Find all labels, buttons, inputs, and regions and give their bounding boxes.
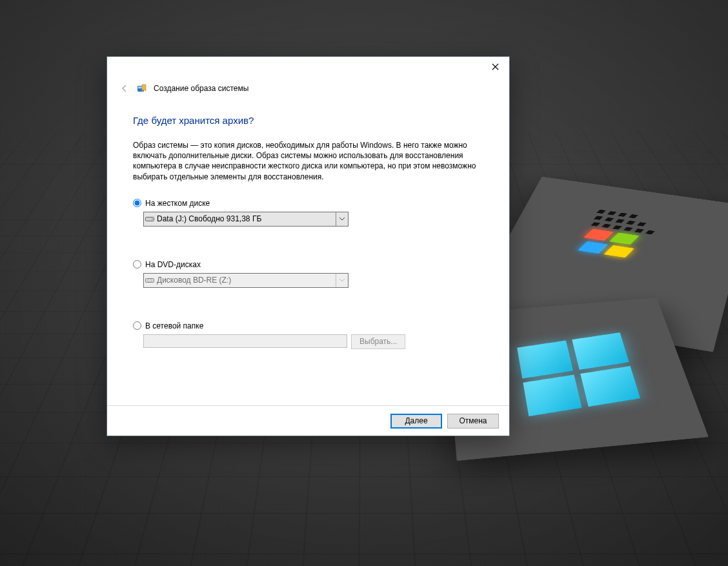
next-button[interactable]: Далее [390, 414, 442, 429]
radio-hard-disk[interactable]: На жестком диске [133, 199, 483, 208]
wizard-title: Создание образа системы [154, 84, 248, 93]
option-hard-disk: На жестком диске Data (J:) Свободно 931,… [133, 199, 483, 227]
dvd-combobox: Дисковод BD-RE (Z:) [143, 273, 349, 288]
radio-network[interactable]: В сетевой папке [133, 321, 483, 330]
hard-disk-combobox[interactable]: Data (J:) Свободно 931,38 ГБ [143, 212, 349, 227]
backup-app-icon [137, 83, 147, 94]
page-description: Образ системы — это копия дисков, необхо… [133, 140, 478, 182]
hard-disk-selected: Data (J:) Свободно 931,38 ГБ [156, 214, 336, 223]
radio-dvd[interactable]: На DVD-дисках [133, 260, 483, 269]
radio-dvd-label: На DVD-дисках [145, 260, 201, 269]
radio-dvd-input[interactable] [133, 260, 141, 268]
wizard-footer: Далее Отмена [107, 405, 509, 436]
desktop-wallpaper: Создание образа системы Где будет хранит… [0, 0, 728, 566]
radio-hard-disk-label: На жестком диске [145, 199, 210, 208]
titlebar [107, 57, 509, 76]
radio-hard-disk-input[interactable] [133, 199, 141, 207]
close-button[interactable] [485, 59, 505, 74]
svg-point-3 [152, 219, 153, 220]
radio-network-label: В сетевой папке [145, 321, 203, 330]
system-image-wizard-dialog: Создание образа системы Где будет хранит… [106, 56, 510, 436]
cancel-button[interactable]: Отмена [447, 414, 499, 429]
wizard-header: Создание образа системы [107, 76, 509, 101]
network-path-input [143, 334, 347, 348]
option-dvd: На DVD-дисках Дисковод BD-RE (Z:) [133, 260, 483, 288]
svg-point-6 [149, 280, 150, 281]
radio-network-input[interactable] [133, 321, 141, 330]
option-network: В сетевой папке Выбрать... [133, 321, 483, 349]
hdd-icon [144, 215, 156, 223]
dvd-selected: Дисковод BD-RE (Z:) [156, 276, 336, 285]
back-arrow-icon [119, 83, 130, 94]
optical-drive-icon [144, 276, 156, 284]
chevron-down-icon[interactable] [336, 212, 348, 226]
page-heading: Где будет хранится архив? [133, 115, 483, 126]
browse-button: Выбрать... [351, 334, 405, 349]
chevron-down-icon [336, 274, 348, 287]
